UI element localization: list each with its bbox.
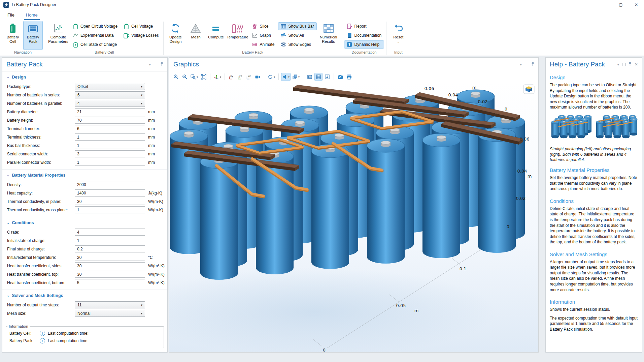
temperature-button[interactable]: Temperature (226, 21, 248, 50)
number-of-output-time-steps-select[interactable]: 11▾ (75, 301, 145, 308)
section-heading-conditions[interactable]: ⌄Conditions (2, 217, 167, 228)
svg-text:0.04: 0.04 (448, 92, 458, 97)
mesh-size-select[interactable]: Normal▾ (75, 310, 145, 317)
show-air-icon (281, 33, 286, 38)
thermal-conductivity-in-plane-input[interactable] (75, 198, 145, 205)
terminal-diameter-label: Terminal diameter: (7, 126, 75, 131)
reset-button[interactable]: Reset ⌄ (388, 21, 408, 50)
show-bus-bar-button[interactable]: Show Bus Bar (278, 22, 317, 30)
app-icon (3, 2, 9, 8)
view-yz-button[interactable]: yz (236, 73, 244, 81)
animate-button[interactable]: Animate (249, 40, 277, 49)
battery-height-input[interactable] (75, 117, 145, 124)
packing-type-select[interactable]: Offset▾ (75, 83, 145, 90)
documentation-button[interactable]: Documentation (344, 31, 384, 39)
battery-pack-icon (28, 23, 38, 34)
battery-pack-button[interactable]: Battery Pack (23, 21, 43, 50)
view-cube-widget[interactable] (523, 85, 534, 94)
help-heading-design: Design (550, 74, 638, 80)
number-of-batteries-in-series-select[interactable]: 6▾ (75, 91, 145, 98)
heat-transfer-coefficient-top-input[interactable] (75, 271, 145, 278)
show-axis-button[interactable] (323, 73, 331, 81)
float-panel-icon[interactable] (622, 63, 625, 66)
section-heading-solver-and-mesh-settings[interactable]: ⌄Solver and Mesh Settings (2, 290, 167, 301)
voltage-losses-button[interactable]: Voltage Losses (121, 31, 161, 39)
open-circuit-voltage-button[interactable]: Open Circuit Voltage (70, 22, 120, 30)
chevron-down-icon[interactable]: ▾ (617, 63, 619, 66)
report-button[interactable]: Report (344, 22, 384, 30)
close-button[interactable]: ✕ (629, 0, 644, 9)
chevron-down-icon: ▾ (141, 93, 142, 97)
screenshot-button[interactable] (336, 73, 344, 81)
show-grid-button[interactable] (314, 73, 323, 81)
graph-button[interactable]: Graph (249, 31, 277, 39)
update-design-button[interactable]: Update Design (166, 21, 185, 50)
cell-state-of-charge-button[interactable]: Cell State of Charge (70, 40, 120, 49)
terminal-thickness-input[interactable] (75, 133, 145, 141)
thermal-conductivity-cross-plane-input[interactable] (75, 206, 145, 213)
chevron-down-icon: ⌄ (397, 41, 400, 43)
dynamic-help-icon: ? (347, 42, 352, 47)
heat-transfer-coefficient-sides-input[interactable] (75, 262, 145, 269)
zoom-out-button[interactable] (181, 73, 189, 81)
field-row: Bus bar thickness:mm (2, 141, 167, 150)
pin-icon[interactable] (531, 61, 534, 67)
initial-state-of-charge-input[interactable] (75, 237, 145, 244)
close-panel-icon[interactable]: ✕ (635, 62, 638, 67)
initial-external-temperature-input[interactable] (75, 254, 145, 261)
c-rate-input[interactable] (75, 229, 145, 236)
heat-capacity-input[interactable] (75, 189, 145, 197)
cell-voltage-button[interactable]: Cell Voltage (121, 22, 161, 30)
show-air-button[interactable]: Show Air (278, 31, 317, 39)
show-bus-bar-icon (281, 24, 286, 29)
show-frame-button[interactable] (306, 73, 314, 81)
chevron-down-icon[interactable]: ▾ (520, 63, 522, 66)
help-heading-battery-material-properties: Battery Material Properties (550, 167, 638, 173)
graphics-canvas[interactable]: 0.060.040.0200.060.040.0200.10.050mmm (169, 83, 538, 352)
section-heading-battery-material-properties[interactable]: ⌄Battery Material Properties (2, 170, 167, 180)
terminal-diameter-input[interactable] (75, 125, 145, 132)
final-state-of-charge-input[interactable] (75, 245, 145, 252)
parallel-connector-width-input[interactable] (75, 159, 145, 166)
zoom-box-button[interactable]: ▾ (190, 73, 199, 81)
mesh-button[interactable]: Mesh (186, 21, 205, 50)
section-heading-design[interactable]: ⌄Design (2, 71, 167, 82)
compute-parameters-button[interactable]: Compute Parameters (47, 21, 69, 50)
float-panel-icon[interactable] (154, 63, 157, 66)
zoom-in-button[interactable] (172, 73, 180, 81)
field-row: Number of batteries in series:6▾ (2, 91, 167, 99)
serial-connector-width-input[interactable] (75, 150, 145, 157)
axis-orientation-button[interactable]: ▾ (213, 73, 222, 81)
bus-bar-thickness-input[interactable] (75, 142, 145, 149)
compute-button[interactable]: Compute (206, 21, 226, 50)
slice-button[interactable]: Slice (249, 22, 277, 30)
svg-text:yz: yz (239, 74, 242, 78)
rotate-button[interactable]: ▾ (267, 73, 276, 81)
dynamic-help-button[interactable]: ? Dynamic Help (344, 40, 384, 49)
float-panel-icon[interactable] (525, 63, 528, 66)
chevron-down-icon[interactable]: ▾ (149, 63, 151, 66)
perspective-button[interactable] (253, 73, 262, 81)
tab-file[interactable]: File (5, 11, 16, 20)
zoom-in-icon (173, 74, 179, 80)
show-edges-button[interactable]: Show Edges (278, 40, 317, 49)
number-of-batteries-in-parallel-select[interactable]: 4▾ (75, 100, 145, 107)
zoom-extents-button[interactable] (200, 73, 208, 81)
battery-cell-button[interactable]: Battery Cell (3, 21, 23, 50)
maximize-button[interactable]: ▢ (613, 0, 629, 9)
heat-transfer-coefficient-bottom-input[interactable] (75, 279, 145, 286)
ribbon-separator (45, 22, 45, 55)
density-input[interactable] (75, 181, 145, 188)
default-view-button[interactable]: ▾ (281, 73, 291, 81)
pin-icon[interactable] (160, 61, 163, 67)
print-button[interactable] (345, 73, 353, 81)
view-xz-button[interactable]: xz (245, 73, 253, 81)
scene-light-button[interactable]: ▾ (291, 73, 301, 81)
numerical-results-button[interactable]: Numerical Results (317, 21, 340, 50)
view-xy-button[interactable]: xy (227, 73, 235, 81)
minimize-button[interactable]: – (598, 0, 613, 9)
tab-home[interactable]: Home (24, 11, 40, 20)
battery-diameter-input[interactable] (75, 108, 145, 115)
pin-icon[interactable] (629, 61, 632, 67)
experimental-data-button[interactable]: Experimental Data (70, 31, 120, 39)
